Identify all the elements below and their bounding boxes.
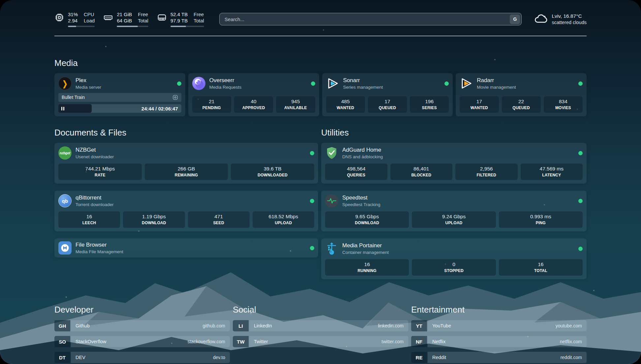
bookmark-abbr: LI [233, 320, 249, 331]
topbar-divider [54, 36, 587, 36]
stat-blocked: 86,401 BLOCKED [390, 164, 453, 180]
bookmark-url: youtube.com [556, 323, 582, 328]
bookmark-url: stackoverflow.com [188, 339, 225, 344]
service-card-plex[interactable]: ❯ Plex Media server Bullet Train [54, 73, 185, 116]
status-dot [310, 246, 314, 250]
stat-downloaded: 39.6 TB DOWNLOADED [231, 164, 314, 180]
service-description: Series management [343, 85, 383, 90]
stat-wanted: 17 WANTED [460, 96, 499, 113]
disk-free-value: 52.4 TB [170, 11, 188, 17]
memory-total-label: Total [138, 17, 148, 24]
service-name: Radarr [477, 77, 516, 84]
stat-running: 16 RUNNING [325, 259, 409, 276]
pause-button[interactable] [58, 104, 92, 113]
bookmark-linkedin[interactable]: LI LinkedIn linkedin.com [233, 320, 408, 331]
bookmark-abbr: GH [54, 320, 70, 331]
bookmark-youtube[interactable]: YT YouTube youtube.com [411, 320, 587, 331]
search-input[interactable] [225, 16, 510, 22]
service-card-qbittorrent[interactable]: qb qBittorrent Torrent downloader 16 LEE… [54, 191, 318, 231]
now-playing-row: Bullet Train [58, 93, 181, 102]
nzbget-logo-icon: nzbget [58, 146, 72, 160]
service-card-adguard[interactable]: AdGuard Home DNS and adblocking 498,564 … [321, 143, 587, 184]
stat-series: 196 SERIES [410, 96, 449, 113]
bookmark-abbr: TW [233, 336, 249, 347]
bookmark-name: Twitter [254, 339, 268, 344]
status-dot [578, 247, 583, 251]
service-description: Media server [76, 85, 101, 90]
stat-ping: 0.993 ms PING [499, 211, 583, 228]
service-card-filebrowser[interactable]: File Browser Media File Management [54, 238, 318, 258]
bookmark-name: YouTube [432, 323, 451, 328]
service-card-portainer[interactable]: Media Portainer Container management 16 … [321, 238, 587, 279]
service-name: NZBGet [76, 147, 114, 153]
overseerr-logo-icon [192, 77, 205, 90]
weather-condition: scattered clouds [552, 20, 587, 25]
status-dot [310, 151, 314, 155]
bookmark-name: Netflix [432, 339, 445, 344]
cloud-icon [534, 12, 547, 27]
bookmark-url: linkedin.com [378, 323, 404, 328]
service-description: Container management [342, 250, 389, 255]
stat-stopped: 0 STOPPED [412, 259, 496, 276]
search-provider-button[interactable]: G [510, 15, 520, 24]
stat-download: 9.65 Gbps DOWNLOAD [325, 211, 409, 228]
bookmark-name: Reddit [432, 355, 446, 360]
status-dot [578, 151, 583, 155]
section-title-utilities: Utilities [321, 128, 587, 138]
bookmark-netflix[interactable]: NF Netflix netflix.com [411, 336, 587, 347]
section-utilities: Utilities AdGuard Home DNS and adblockin… [321, 128, 587, 286]
service-card-nzbget[interactable]: nzbget NZBGet Usenet downloader 744.21 M… [54, 143, 318, 184]
service-name: Sonarr [343, 77, 383, 84]
bookmark-stackoverflow[interactable]: SO StackOverflow stackoverflow.com [54, 336, 230, 347]
cpu-icon [54, 13, 64, 22]
disk-free-label: Free [194, 11, 204, 17]
stat-remaining: 266 GB REMAINING [145, 164, 228, 180]
service-card-sonarr[interactable]: Sonarr Series management 485 WANTED 17 Q… [322, 73, 453, 116]
cpu-load-value: 2.94 [68, 17, 78, 24]
bookmark-abbr: DT [54, 352, 70, 363]
disk-total-value: 97.9 TB [170, 17, 188, 24]
stat-available: 945 AVAILABLE [276, 96, 315, 113]
resource-widget-disk: 52.4 TB 97.9 TB Free Total [157, 11, 204, 27]
stat-filtered: 2,956 FILTERED [455, 164, 518, 180]
service-description: Media Requests [209, 85, 242, 90]
top-bar: 31% 2.94 CPU Load [54, 11, 587, 27]
bookmark-name: LinkedIn [254, 323, 272, 328]
cpu-usage-label: CPU [84, 11, 95, 17]
service-name: File Browser [76, 242, 123, 248]
adguard-logo-icon [325, 146, 338, 160]
search-box[interactable]: G [219, 13, 522, 25]
section-title-media: Media [54, 58, 587, 68]
service-description: DNS and adblocking [342, 154, 383, 159]
memory-free-label: Free [138, 11, 148, 17]
service-name: Speedtest [342, 195, 381, 201]
service-card-radarr[interactable]: Radarr Movie management 17 WANTED 22 QUE… [456, 73, 587, 116]
bookmark-url: netflix.com [560, 339, 582, 344]
bookmark-reddit[interactable]: RE Reddit reddit.com [411, 352, 587, 363]
service-name: Media Portainer [342, 242, 389, 249]
service-card-speedtest[interactable]: Speedtest Speedtest Tracking 9.65 Gbps D… [321, 191, 587, 231]
section-documents-files: Documents & Files nzbget NZBGet Usenet d… [54, 128, 318, 286]
service-card-overseerr[interactable]: Overseerr Media Requests 21 PENDING 40 A… [188, 73, 319, 116]
resource-widget-memory: 21 GiB 64 GiB Free Total [103, 11, 148, 27]
bookmark-abbr: SO [54, 336, 70, 347]
stat-download: 1.19 Gbps DOWNLOAD [123, 211, 185, 228]
speedtest-logo-icon [325, 194, 338, 207]
filebrowser-logo-icon [58, 241, 72, 255]
bookmark-github[interactable]: GH Github github.com [54, 320, 230, 331]
section-title-entertainment: Entertainment [411, 305, 587, 315]
stat-pending: 21 PENDING [192, 96, 231, 113]
weather-location: Lviv, 16.87°C [552, 13, 587, 19]
bookmark-abbr: RE [411, 352, 427, 363]
portainer-logo-icon [325, 242, 338, 255]
memory-progress-bar [117, 26, 148, 27]
bookmark-dev[interactable]: DT DEV dev.to [54, 352, 230, 363]
bookmark-twitter[interactable]: TW Twitter twitter.com [233, 336, 408, 347]
bookmark-group-social: Social LI LinkedIn linkedin.com TW Twitt… [233, 305, 408, 364]
stat-queries: 498,564 QUERIES [325, 164, 387, 180]
stat-upload: 9.24 Gbps UPLOAD [412, 211, 496, 228]
plex-logo-icon: ❯ [58, 77, 72, 90]
section-title-social: Social [233, 305, 408, 315]
service-description: Usenet downloader [76, 154, 114, 159]
cpu-progress-bar [68, 26, 95, 27]
